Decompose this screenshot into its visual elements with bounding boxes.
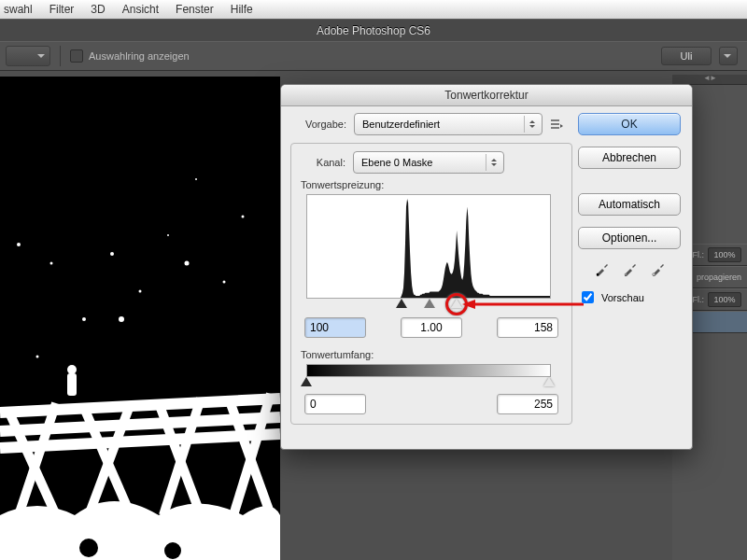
preset-select[interactable]: Benutzerdefiniert xyxy=(354,113,543,135)
svg-point-1 xyxy=(17,243,21,246)
output-black-field[interactable]: 0 xyxy=(304,394,366,414)
fill-label: Fl.: xyxy=(693,250,705,259)
svg-point-7 xyxy=(139,290,142,293)
white-point-slider[interactable] xyxy=(451,299,462,308)
output-white-field[interactable]: 255 xyxy=(497,394,558,414)
input-levels-label: Tonwertspreizung: xyxy=(301,179,562,190)
workspace-menu[interactable] xyxy=(719,47,738,65)
app-title: Adobe Photoshop CS6 xyxy=(0,19,747,43)
svg-point-24 xyxy=(653,273,655,276)
svg-point-12 xyxy=(119,316,124,322)
output-white-slider[interactable] xyxy=(543,377,555,386)
preset-value: Benutzerdefiniert xyxy=(362,119,440,130)
svg-point-14 xyxy=(67,365,77,374)
eyedropper-white-icon[interactable] xyxy=(650,260,667,279)
options-bar: Auswahlring anzeigen Uli xyxy=(0,41,747,71)
output-levels-label: Tonwertumfang: xyxy=(301,349,562,360)
eyedropper-gray-icon[interactable] xyxy=(622,260,639,279)
layer-fill-label: Fl.: xyxy=(693,295,705,304)
channel-value: Ebene 0 Maske xyxy=(361,157,432,168)
svg-rect-13 xyxy=(67,373,77,396)
document-canvas[interactable] xyxy=(0,77,280,560)
svg-point-5 xyxy=(223,281,226,284)
svg-point-4 xyxy=(185,261,190,266)
layer-fill-value[interactable]: 100% xyxy=(708,292,741,307)
svg-point-3 xyxy=(110,252,114,256)
levels-dialog: Tonwertkorrektur Vorgabe: Benutzerdefini… xyxy=(280,84,693,450)
show-marquee-label: Auswahlring anzeigen xyxy=(89,50,190,62)
menu-item[interactable]: Hilfe xyxy=(231,3,253,16)
mac-menubar[interactable]: swahl Filter 3D Ansicht Fenster Hilfe xyxy=(0,0,747,20)
menu-item[interactable]: Fenster xyxy=(176,3,214,16)
menu-item[interactable]: Ansicht xyxy=(122,3,159,16)
propagate-label: propagieren xyxy=(697,273,741,282)
menu-item[interactable]: 3D xyxy=(91,3,105,16)
fill-value[interactable]: 100% xyxy=(708,247,741,262)
menu-item[interactable]: Filter xyxy=(49,3,75,16)
workspace-name[interactable]: Uli xyxy=(661,47,712,65)
svg-point-23 xyxy=(625,273,627,276)
ok-button[interactable]: OK xyxy=(578,113,681,135)
svg-marker-21 xyxy=(462,300,475,309)
dialog-title: Tonwertkorrektur xyxy=(281,85,692,106)
input-white-field[interactable]: 158 xyxy=(497,317,558,338)
separator xyxy=(60,46,61,66)
svg-point-22 xyxy=(597,273,599,276)
svg-point-2 xyxy=(50,262,53,265)
input-black-field[interactable]: 100 xyxy=(304,317,366,338)
tool-preset-dropdown[interactable] xyxy=(6,46,50,66)
svg-point-19 xyxy=(164,542,181,559)
output-slider-track[interactable] xyxy=(306,377,551,388)
svg-point-11 xyxy=(195,178,197,180)
options-button[interactable]: Optionen... xyxy=(578,227,681,249)
preview-label: Vorschau xyxy=(601,292,644,303)
output-gradient xyxy=(306,364,551,377)
cancel-button[interactable]: Abbrechen xyxy=(578,147,681,169)
input-gamma-field[interactable]: 1.00 xyxy=(401,317,462,338)
preview-checkbox[interactable] xyxy=(582,291,594,303)
mask-preview xyxy=(0,77,280,560)
output-black-slider[interactable] xyxy=(301,377,312,386)
black-point-slider[interactable] xyxy=(396,299,407,308)
svg-point-6 xyxy=(82,317,86,321)
channel-select[interactable]: Ebene 0 Maske xyxy=(353,151,504,174)
channel-label: Kanal: xyxy=(301,157,345,168)
preset-menu-icon[interactable] xyxy=(550,118,563,131)
input-slider-track[interactable] xyxy=(306,299,551,312)
annotation-arrow xyxy=(462,297,584,312)
eyedropper-black-icon[interactable] xyxy=(594,260,611,279)
histogram xyxy=(306,194,551,299)
show-marquee-checkbox[interactable] xyxy=(70,49,83,63)
workspace-switcher[interactable]: Uli xyxy=(661,47,738,65)
preset-label: Vorgabe: xyxy=(290,119,346,130)
svg-point-10 xyxy=(242,216,245,218)
svg-point-8 xyxy=(36,356,39,358)
svg-point-18 xyxy=(79,539,98,557)
auto-button[interactable]: Automatisch xyxy=(578,193,681,216)
menu-item[interactable]: swahl xyxy=(4,3,33,16)
svg-point-9 xyxy=(167,234,169,236)
midtone-slider[interactable] xyxy=(424,299,435,308)
